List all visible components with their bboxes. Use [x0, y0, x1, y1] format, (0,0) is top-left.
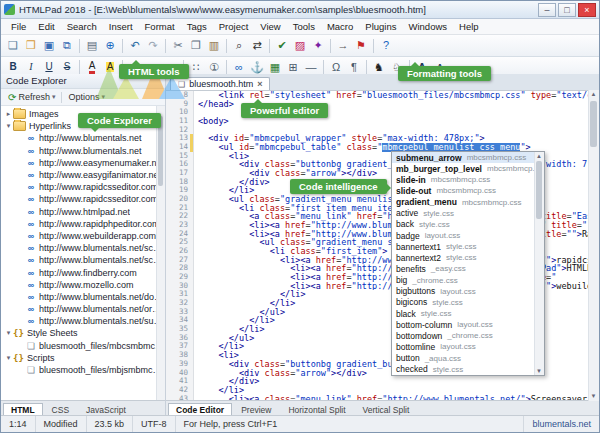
- tree-item-hyperlink[interactable]: ∞http://www.easymenumaker.net: [1, 157, 165, 169]
- autocomplete-item[interactable]: bannertext2style.css: [392, 252, 535, 263]
- tab-close-icon[interactable]: ×: [257, 79, 262, 89]
- scroll-up-icon[interactable]: ▲: [535, 152, 543, 160]
- scroll-down-icon[interactable]: ▼: [589, 392, 598, 401]
- autocomplete-item[interactable]: bottomlinelayout.css: [392, 341, 535, 352]
- autocomplete-item[interactable]: backstyle.css: [392, 219, 535, 230]
- options-button[interactable]: Options ▾: [64, 92, 109, 102]
- menu-view[interactable]: View: [254, 20, 286, 33]
- autocomplete-item[interactable]: mb_burger_top_levelmbcsmbmcp.css: [392, 163, 535, 174]
- open-folder-button[interactable]: ❒: [22, 37, 40, 54]
- autocomplete-item[interactable]: checkedstyle.css: [392, 364, 535, 375]
- tree-item-hyperlink[interactable]: ∞http://www.blumentals.net: [1, 132, 165, 144]
- autocomplete-item[interactable]: button_aqua.css: [392, 353, 535, 364]
- underline-button[interactable]: U: [40, 59, 58, 76]
- scrollbar-thumb[interactable]: [590, 101, 597, 147]
- autocomplete-item[interactable]: benefits_easy.css: [392, 263, 535, 274]
- autocomplete-scrollbar[interactable]: ▲ ▼: [534, 152, 544, 375]
- highlight-color-button[interactable]: A: [101, 59, 119, 76]
- insert-anchor-button[interactable]: ⚓: [248, 59, 266, 76]
- bold-button[interactable]: B: [4, 59, 22, 76]
- tree-item-hyperlink[interactable]: ∞http://www.blumentals.net/order/: [1, 303, 165, 315]
- special-character-button[interactable]: Ω: [327, 59, 345, 76]
- maximize-button[interactable]: □: [558, 3, 576, 17]
- insert-image-button[interactable]: ▦: [266, 59, 284, 76]
- menu-help[interactable]: Help: [453, 20, 485, 33]
- menu-project[interactable]: Project: [213, 20, 255, 33]
- italic-button[interactable]: I: [22, 59, 40, 76]
- autocomplete-item[interactable]: bottomdown_chrome.css: [392, 330, 535, 341]
- menu-insert[interactable]: Insert: [103, 20, 139, 33]
- browser-preview-button[interactable]: ⊕: [101, 37, 119, 54]
- tree-item-hyperlink[interactable]: ∞http://www.htmlpad.net: [1, 206, 165, 218]
- autocomplete-item[interactable]: submenu_arrowmbcsmbmcp.css: [392, 152, 535, 163]
- autocomplete-item[interactable]: gradient_menumbcsmbmcp.css: [392, 197, 535, 208]
- new-document-button[interactable]: ❏: [4, 37, 22, 54]
- autocomplete-item[interactable]: bannertext1style.css: [392, 241, 535, 252]
- tree-item-hyperlink[interactable]: ∞http://www.webuilderapp.com: [1, 230, 165, 242]
- strikethrough-button[interactable]: S: [58, 59, 76, 76]
- insert-table-button[interactable]: ⊞: [284, 59, 302, 76]
- scroll-up-icon[interactable]: ▲: [589, 90, 598, 99]
- tree-item-hyperlink[interactable]: ∞http://www.rapidcsseditor.com: [1, 193, 165, 205]
- status-brand-link[interactable]: blumentals.net: [523, 416, 599, 432]
- find-replace-button[interactable]: ⇄: [248, 37, 266, 54]
- editor-scrollbar[interactable]: ▲ ▼: [588, 90, 599, 401]
- redo-button[interactable]: ↷: [144, 37, 162, 54]
- collapse-icon[interactable]: ▾: [4, 354, 13, 362]
- horizontal-rule-button[interactable]: ―: [302, 59, 320, 76]
- menu-edit[interactable]: Edit: [32, 20, 60, 33]
- autocomplete-item[interactable]: bigiconsstyle.css: [392, 297, 535, 308]
- tree-item-hyperlink[interactable]: ∞http://www.blumentals.net: [1, 145, 165, 157]
- paste-button[interactable]: ▥: [205, 37, 223, 54]
- save-button[interactable]: ▣: [40, 37, 58, 54]
- tree-item-hyperlink[interactable]: ∞http://www.rapidcsseditor.com: [1, 181, 165, 193]
- bullet-list-button[interactable]: ∷: [187, 59, 205, 76]
- menu-format[interactable]: Format: [139, 20, 181, 33]
- autocomplete-item[interactable]: activestyle.css: [392, 208, 535, 219]
- entity-black-button[interactable]: ♞: [370, 59, 388, 76]
- tree-item-folder-stylesheets[interactable]: ▾{}Style Sheets: [1, 327, 165, 339]
- menu-file[interactable]: File: [5, 20, 32, 33]
- tree-item-hyperlink[interactable]: ∞http://www.rapidphpeditor.com: [1, 218, 165, 230]
- tree-item-hyperlink[interactable]: ∞http://www.blumentals.net/downlo: [1, 291, 165, 303]
- autocomplete-item[interactable]: bottom-columnlayout.css: [392, 319, 535, 330]
- tree-item-hyperlink[interactable]: ∞http://www.mozello.com: [1, 279, 165, 291]
- code-beautify-button[interactable]: ✦: [309, 37, 327, 54]
- menu-macro[interactable]: Macro: [321, 20, 359, 33]
- autocomplete-item[interactable]: bigbuttonslayout.css: [392, 286, 535, 297]
- color-picker-button[interactable]: ▨: [291, 37, 309, 54]
- save-all-button[interactable]: ⧉: [58, 37, 76, 54]
- autocomplete-item[interactable]: badgelayout.css: [392, 230, 535, 241]
- goto-button[interactable]: →: [334, 37, 352, 54]
- numbered-list-button[interactable]: ①: [205, 59, 223, 76]
- tree-item-stylesheet[interactable]: ❏bluesmooth_files/mbcsmbmcp.css: [1, 340, 165, 352]
- menu-search[interactable]: Search: [61, 20, 103, 33]
- print-button[interactable]: ▤: [83, 37, 101, 54]
- bookmark-button[interactable]: ⚑: [352, 37, 370, 54]
- tree-item-hyperlink[interactable]: ∞http://www.blumentals.net/scrwor: [1, 254, 165, 266]
- close-button[interactable]: ×: [578, 3, 596, 17]
- insert-link-button[interactable]: ∞: [230, 59, 248, 76]
- cut-button[interactable]: ✂: [169, 37, 187, 54]
- tree-item-hyperlink[interactable]: ∞http://www.blumentals.net/suppo: [1, 315, 165, 327]
- collapse-icon[interactable]: ▾: [4, 329, 13, 337]
- tree-item-hyperlink[interactable]: ∞http://www.easygifanimator.net: [1, 169, 165, 181]
- undo-button[interactable]: ↶: [126, 37, 144, 54]
- menu-tools[interactable]: Tools: [287, 20, 321, 33]
- menu-plugins[interactable]: Plugins: [359, 20, 402, 33]
- validate-button[interactable]: ✔: [273, 37, 291, 54]
- collapse-icon[interactable]: ▾: [4, 122, 13, 130]
- refresh-button[interactable]: ⟳ Refresh ▾: [4, 92, 59, 103]
- font-color-button[interactable]: A: [83, 59, 101, 76]
- minimize-button[interactable]: –: [538, 3, 556, 17]
- menu-windows[interactable]: Windows: [403, 20, 454, 33]
- help-button[interactable]: ?: [377, 37, 395, 54]
- paragraph-button[interactable]: ¶: [345, 59, 363, 76]
- tree-item-hyperlink[interactable]: ∞http://www.blumentals.net/scrfact: [1, 242, 165, 254]
- expand-icon[interactable]: ▸: [4, 110, 13, 118]
- scroll-down-icon[interactable]: ▼: [535, 367, 543, 375]
- autocomplete-item[interactable]: slide-inmbcsmbmcp.css: [392, 174, 535, 185]
- copy-button[interactable]: ❐: [187, 37, 205, 54]
- tree-item-script[interactable]: ❏bluesmooth_files/mbjsmbmcp.js: [1, 364, 165, 376]
- find-button[interactable]: ⌕: [230, 37, 248, 54]
